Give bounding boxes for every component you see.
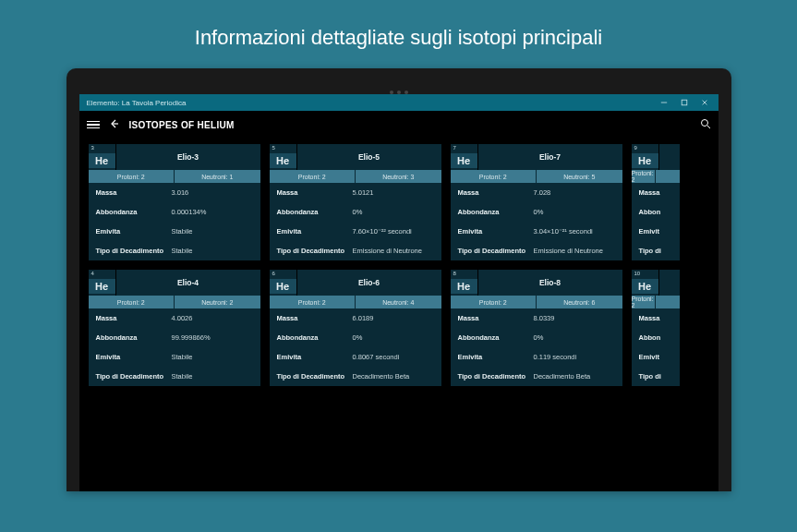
- abundance-row: Abbondanza 0%: [451, 328, 622, 347]
- mass-value: 6.0189: [353, 314, 434, 322]
- decay-label: Tipo di Decadimento: [96, 247, 172, 255]
- halflife-label: Emivita: [458, 353, 534, 361]
- svg-rect-1: [682, 100, 687, 105]
- symbol-block: 4 He: [89, 270, 116, 296]
- mass-row: Massa: [632, 308, 680, 328]
- mass-value: 7.028: [534, 188, 615, 197]
- card-header: 8 He Elio-8: [451, 270, 622, 296]
- protons-label: Protoni: 2: [451, 296, 537, 308]
- isotope-card[interactable]: 5 He Elio-5 Protoni: 2 Neutroni: 3 Massa…: [270, 144, 441, 260]
- proton-neutron-row: Protoni: 2 Neutroni: 5: [451, 170, 622, 183]
- element-symbol: He: [632, 153, 658, 168]
- mass-label: Massa: [277, 314, 353, 322]
- mass-label: Massa: [458, 188, 534, 197]
- mass-number: 10: [634, 271, 641, 276]
- properties: Massa 8.0339 Abbondanza 0% Emivita 0.119…: [451, 308, 622, 386]
- isotope-name: Elio-3: [116, 144, 260, 170]
- mass-row: Massa 4.0026: [89, 308, 260, 328]
- halflife-row: Emivit: [632, 222, 680, 241]
- back-button[interactable]: [109, 118, 120, 132]
- abundance-label: Abbon: [639, 208, 672, 216]
- halflife-label: Emivita: [96, 353, 172, 361]
- symbol-block: 5 He: [270, 144, 297, 170]
- abundance-value: 0%: [353, 333, 434, 342]
- mass-label: Massa: [96, 314, 172, 322]
- mass-row: Massa 8.0339: [451, 308, 622, 328]
- card-header: 5 He Elio-5: [270, 144, 441, 170]
- protons-label: Protoni: 2: [632, 170, 657, 183]
- isotope-name: Elio-7: [478, 144, 622, 170]
- decay-value: Stabile: [172, 247, 253, 255]
- close-button[interactable]: [694, 94, 715, 111]
- halflife-row: Emivita Stabile: [89, 222, 260, 241]
- halflife-row: Emivita 0.119 secondi: [451, 347, 622, 367]
- card-header: 9 He: [632, 144, 680, 170]
- abundance-value: 0%: [534, 333, 615, 342]
- isotope-card[interactable]: 4 He Elio-4 Protoni: 2 Neutroni: 2 Massa…: [89, 270, 260, 386]
- mass-number: 4: [91, 271, 94, 276]
- abundance-value: 99.999866%: [172, 333, 253, 342]
- isotope-card[interactable]: 7 He Elio-7 Protoni: 2 Neutroni: 5 Massa…: [451, 144, 622, 260]
- card-header: 7 He Elio-7: [451, 144, 622, 170]
- mass-label: Massa: [458, 314, 534, 322]
- abundance-row: Abbondanza 0%: [270, 328, 441, 347]
- mass-row: Massa: [632, 183, 680, 202]
- halflife-value: 0.119 secondi: [534, 353, 615, 361]
- minimize-button[interactable]: [654, 94, 674, 111]
- isotope-card[interactable]: 6 He Elio-6 Protoni: 2 Neutroni: 4 Massa…: [270, 270, 441, 386]
- mass-number: 5: [272, 145, 275, 151]
- protons-label: Protoni: 2: [632, 296, 657, 308]
- halflife-value: Stabile: [172, 227, 253, 236]
- proton-neutron-row: Protoni: 2 Neutroni: 6: [451, 296, 622, 308]
- properties: Massa 3.016 Abbondanza 0.000134% Emivita…: [89, 183, 260, 260]
- abundance-label: Abbondanza: [458, 208, 534, 216]
- mass-label: Massa: [639, 188, 672, 197]
- halflife-value: Stabile: [172, 353, 253, 361]
- symbol-block: 3 He: [89, 144, 116, 170]
- abundance-label: Abbondanza: [277, 333, 353, 342]
- decay-row: Tipo di Decadimento Emissione di Neutron…: [451, 241, 622, 260]
- app-bar: ISOTOPES OF HELIUM: [79, 111, 719, 139]
- abundance-value: 0.000134%: [172, 208, 253, 216]
- proton-neutron-row: Protoni: 2 Neutroni: 2: [89, 296, 260, 308]
- neutrons-label: Neutroni: 6: [537, 296, 622, 308]
- mass-number: 3: [91, 145, 94, 151]
- abundance-row: Abbon: [632, 202, 680, 222]
- isotope-card[interactable]: 3 He Elio-3 Protoni: 2 Neutroni: 1 Massa…: [89, 144, 260, 260]
- isotope-name: [659, 144, 680, 170]
- proton-neutron-row: Protoni: 2 Neutroni: 3: [270, 170, 441, 183]
- mass-value: 8.0339: [534, 314, 615, 322]
- decay-value: Decadimento Beta: [534, 372, 615, 381]
- proton-neutron-row: Protoni: 2 Neutroni: 4: [270, 296, 441, 308]
- protons-label: Protoni: 2: [89, 170, 175, 183]
- element-symbol: He: [451, 279, 477, 294]
- abundance-row: Abbon: [632, 328, 680, 347]
- proton-neutron-row: Protoni: 2 Neutroni: 1: [89, 170, 260, 183]
- halflife-value: 3.04×10⁻²¹ secondi: [534, 227, 615, 236]
- decay-row: Tipo di Decadimento Decadimento Beta: [270, 367, 441, 386]
- abundance-row: Abbondanza 0%: [270, 202, 441, 222]
- isotope-card[interactable]: 9 He Protoni: 2 Massa Abbon Emivit Ti: [632, 144, 680, 260]
- halflife-row: Emivita Stabile: [89, 347, 260, 367]
- screen-title: ISOTOPES OF HELIUM: [129, 120, 235, 130]
- neutrons-label: [656, 296, 680, 308]
- decay-label: Tipo di: [639, 247, 672, 255]
- decay-label: Tipo di Decadimento: [277, 372, 353, 381]
- isotope-card[interactable]: 10 He Protoni: 2 Massa Abbon Emivit T: [632, 270, 680, 386]
- search-icon[interactable]: [700, 118, 711, 131]
- decay-row: Tipo di Decadimento Decadimento Beta: [451, 367, 622, 386]
- decay-row: Tipo di: [632, 367, 680, 386]
- properties: Massa 6.0189 Abbondanza 0% Emivita 0.806…: [270, 308, 441, 386]
- window-title: Elemento: La Tavola Periodica: [83, 99, 187, 107]
- isotope-cards: 3 He Elio-3 Protoni: 2 Neutroni: 1 Massa…: [79, 139, 719, 392]
- mass-label: Massa: [96, 188, 172, 197]
- hamburger-icon[interactable]: [87, 121, 100, 129]
- halflife-label: Emivita: [458, 227, 534, 236]
- neutrons-label: Neutroni: 3: [356, 170, 441, 183]
- symbol-block: 7 He: [451, 144, 478, 170]
- isotope-card[interactable]: 8 He Elio-8 Protoni: 2 Neutroni: 6 Massa…: [451, 270, 622, 386]
- maximize-button[interactable]: [674, 94, 694, 111]
- svg-line-6: [707, 126, 710, 128]
- protons-label: Protoni: 2: [451, 170, 537, 183]
- halflife-label: Emivita: [96, 227, 172, 236]
